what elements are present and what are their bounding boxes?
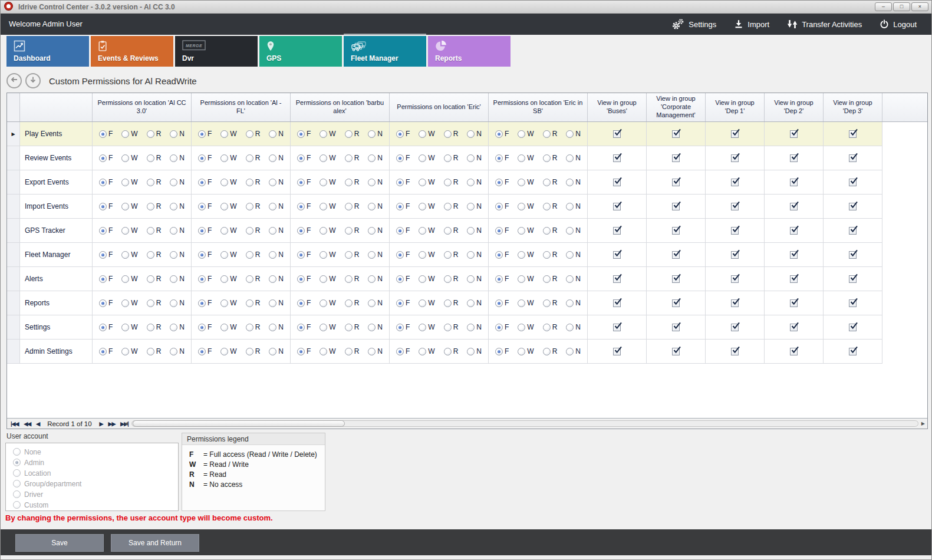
permission-radio-w[interactable] <box>419 227 426 235</box>
radio-option-n[interactable]: N <box>170 226 185 235</box>
radio-option-n[interactable]: N <box>566 154 581 162</box>
user-account-option-driver[interactable]: Driver <box>13 490 178 498</box>
radio-option-f[interactable]: F <box>297 323 311 331</box>
permission-radio-n[interactable] <box>368 179 376 186</box>
permission-radio-w[interactable] <box>220 348 228 355</box>
permission-radio-w[interactable] <box>220 179 228 186</box>
permission-radio-r[interactable] <box>246 203 253 210</box>
permission-radio-w[interactable] <box>220 154 228 162</box>
user-account-radio[interactable] <box>13 459 21 466</box>
group-view-checkbox[interactable] <box>849 154 857 162</box>
radio-option-f[interactable]: F <box>297 347 311 355</box>
permission-radio-f[interactable] <box>198 299 206 307</box>
permission-radio-w[interactable] <box>518 179 525 186</box>
radio-option-f[interactable]: F <box>198 299 212 307</box>
group-view-checkbox[interactable] <box>790 227 798 235</box>
radio-option-w[interactable]: W <box>320 154 335 162</box>
radio-option-n[interactable]: N <box>566 251 581 259</box>
radio-option-r[interactable]: R <box>444 226 459 235</box>
permission-radio-n[interactable] <box>368 275 376 283</box>
permission-radio-r[interactable] <box>444 179 452 186</box>
radio-option-f[interactable]: F <box>396 323 410 331</box>
permission-radio-w[interactable] <box>121 179 129 186</box>
permission-radio-r[interactable] <box>246 130 253 138</box>
permission-radio-f[interactable] <box>297 227 305 235</box>
tab-dashboard[interactable]: Dashboard <box>6 36 89 67</box>
permission-radio-f[interactable] <box>396 227 404 235</box>
permission-radio-w[interactable] <box>320 130 327 138</box>
permission-radio-w[interactable] <box>518 227 525 235</box>
radio-option-f[interactable]: F <box>297 299 311 307</box>
radio-option-r[interactable]: R <box>246 251 261 259</box>
radio-option-f[interactable]: F <box>198 275 212 283</box>
radio-option-w[interactable]: W <box>220 202 236 210</box>
radio-option-f[interactable]: F <box>495 251 509 259</box>
radio-option-f[interactable]: F <box>198 202 212 210</box>
radio-option-r[interactable]: R <box>444 347 459 355</box>
radio-option-r[interactable]: R <box>543 154 558 162</box>
permission-radio-w[interactable] <box>220 227 228 235</box>
radio-option-f[interactable]: F <box>99 226 113 235</box>
permission-radio-n[interactable] <box>467 154 475 162</box>
permission-radio-r[interactable] <box>543 324 551 331</box>
permission-radio-w[interactable] <box>518 130 525 138</box>
radio-option-n[interactable]: N <box>170 251 185 259</box>
radio-option-r[interactable]: R <box>543 178 558 186</box>
minimize-button[interactable]: – <box>875 2 892 11</box>
radio-option-f[interactable]: F <box>99 251 113 259</box>
radio-option-n[interactable]: N <box>368 202 383 210</box>
permission-radio-r[interactable] <box>345 130 353 138</box>
radio-option-r[interactable]: R <box>147 323 162 331</box>
permission-radio-f[interactable] <box>495 348 503 355</box>
permission-radio-w[interactable] <box>320 299 327 307</box>
group-view-checkbox[interactable] <box>731 275 739 283</box>
permission-radio-n[interactable] <box>170 275 177 283</box>
permission-radio-r[interactable] <box>246 251 253 259</box>
radio-option-w[interactable]: W <box>518 154 533 162</box>
permission-radio-r[interactable] <box>345 275 353 283</box>
radio-option-n[interactable]: N <box>566 323 581 331</box>
group-view-checkbox[interactable] <box>613 130 621 138</box>
permission-radio-f[interactable] <box>396 203 404 210</box>
radio-option-f[interactable]: F <box>297 130 311 138</box>
permission-radio-n[interactable] <box>269 154 276 162</box>
permission-radio-w[interactable] <box>419 348 426 355</box>
radio-option-f[interactable]: F <box>495 202 509 210</box>
menu-item-transfer-activities[interactable]: Transfer Activities <box>778 14 871 35</box>
radio-option-f[interactable]: F <box>198 130 212 138</box>
radio-option-n[interactable]: N <box>368 154 383 162</box>
radio-option-w[interactable]: W <box>220 299 236 307</box>
permission-radio-r[interactable] <box>147 275 154 283</box>
radio-option-n[interactable]: N <box>566 275 581 283</box>
radio-option-n[interactable]: N <box>566 178 581 186</box>
group-view-checkbox[interactable] <box>849 251 857 259</box>
radio-option-n[interactable]: N <box>368 275 383 283</box>
radio-option-r[interactable]: R <box>444 202 459 210</box>
permission-radio-f[interactable] <box>198 275 206 283</box>
radio-option-n[interactable]: N <box>467 154 482 162</box>
user-account-option-group-department[interactable]: Group/department <box>13 480 178 487</box>
save-and-return-button[interactable]: Save and Return <box>111 534 199 552</box>
permission-radio-n[interactable] <box>269 275 276 283</box>
permission-radio-r[interactable] <box>246 154 253 162</box>
permission-radio-n[interactable] <box>170 348 177 355</box>
radio-option-f[interactable]: F <box>495 226 509 235</box>
permission-radio-f[interactable] <box>396 251 404 259</box>
permission-radio-f[interactable] <box>297 275 305 283</box>
tab-gps[interactable]: GPS <box>259 36 342 67</box>
permission-radio-n[interactable] <box>269 130 276 138</box>
permission-radio-r[interactable] <box>444 299 452 307</box>
permission-radio-w[interactable] <box>220 203 228 210</box>
permission-radio-w[interactable] <box>419 154 426 162</box>
permission-radio-r[interactable] <box>444 227 452 235</box>
permission-radio-w[interactable] <box>518 251 525 259</box>
radio-option-r[interactable]: R <box>246 347 261 355</box>
permission-radio-r[interactable] <box>345 179 353 186</box>
permission-radio-r[interactable] <box>147 348 154 355</box>
permission-radio-r[interactable] <box>246 299 253 307</box>
close-button[interactable]: × <box>911 2 928 11</box>
permission-radio-f[interactable] <box>297 299 305 307</box>
group-view-checkbox[interactable] <box>613 275 621 283</box>
group-view-checkbox[interactable] <box>613 203 621 210</box>
radio-option-f[interactable]: F <box>396 202 410 210</box>
